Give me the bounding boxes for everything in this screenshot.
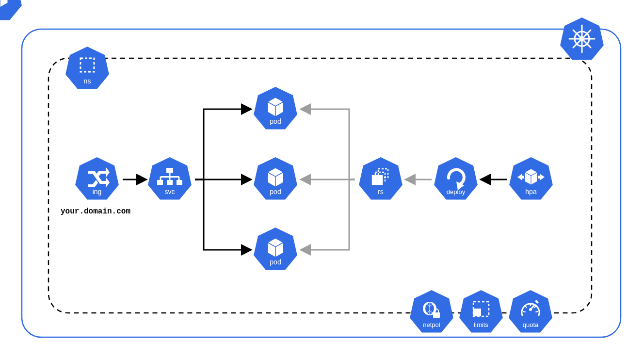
svg-rect-7 — [166, 168, 173, 173]
arrow-rs-to-pod1 — [302, 109, 355, 180]
ing-label: ing — [93, 188, 102, 196]
rs-label: rs — [378, 188, 384, 196]
ns-label: ns — [84, 77, 91, 85]
svg-rect-14 — [167, 180, 173, 185]
svg-rect-10 — [160, 177, 161, 180]
svc-label: svc — [165, 188, 175, 196]
pod1-label: pod — [270, 117, 281, 125]
quota-node: quota — [509, 290, 552, 332]
svg-rect-15 — [177, 180, 182, 185]
hpa-label: hpa — [525, 188, 537, 196]
replicaset-node: rs — [359, 157, 402, 199]
domain-text: your.domain.com — [61, 207, 130, 216]
limits-node: limits — [459, 290, 503, 332]
svg-line-26 — [523, 311, 525, 312]
pod-node-3: pod — [254, 228, 297, 270]
svg-line-30 — [536, 311, 538, 312]
svg-rect-19 — [372, 176, 382, 184]
deployment-node: deploy — [434, 157, 478, 199]
svg-rect-22 — [433, 312, 440, 318]
svg-rect-12 — [178, 177, 180, 180]
netpol-node: netpol — [410, 290, 453, 332]
service-node: svc — [148, 157, 192, 199]
arrow-svc-to-pod3 — [195, 180, 250, 250]
svg-point-31 — [529, 308, 532, 311]
kubernetes-logo-icon — [560, 17, 604, 60]
pod2-label: pod — [270, 188, 281, 196]
limits-label: limits — [474, 321, 488, 328]
pod3-label: pod — [270, 258, 281, 266]
arrow-rs-to-pod3 — [302, 180, 355, 250]
hpa-node: hpa — [509, 157, 553, 199]
netpol-label: netpol — [423, 321, 440, 328]
deploy-label: deploy — [447, 188, 466, 196]
quota-label: quota — [523, 321, 539, 328]
arrow-svc-to-pod1 — [195, 109, 250, 180]
ingress-node: ing — [75, 157, 119, 199]
pod-node-1: pod — [254, 87, 297, 129]
k8s-architecture-diagram: ns ing your.domain.com svc — [0, 0, 644, 359]
namespace-node: ns — [65, 47, 109, 89]
svg-rect-24 — [473, 309, 481, 316]
pod-node-2: pod — [254, 157, 297, 199]
svg-rect-13 — [157, 180, 163, 185]
svg-rect-11 — [169, 177, 171, 180]
svg-rect-8 — [169, 173, 171, 177]
